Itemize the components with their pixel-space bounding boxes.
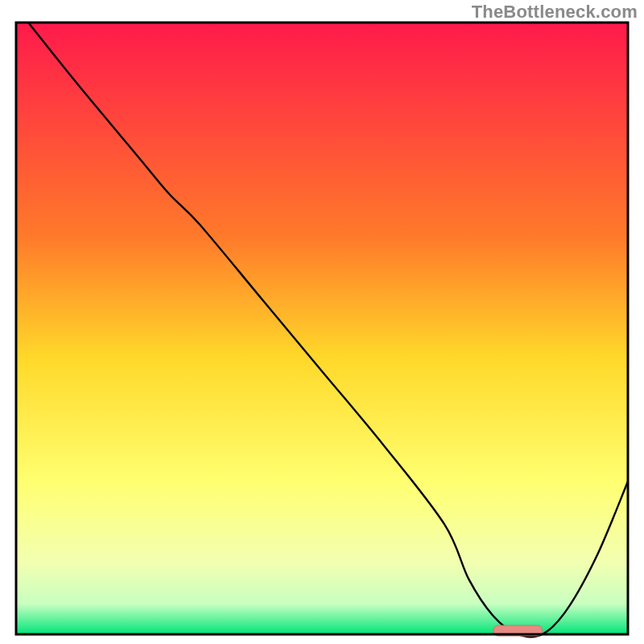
chart-canvas: { "watermark": "TheBottleneck.com", "col…: [0, 0, 644, 644]
watermark-text: TheBottleneck.com: [472, 2, 638, 23]
plot-background: [16, 23, 628, 634]
chart-svg: [0, 0, 644, 644]
